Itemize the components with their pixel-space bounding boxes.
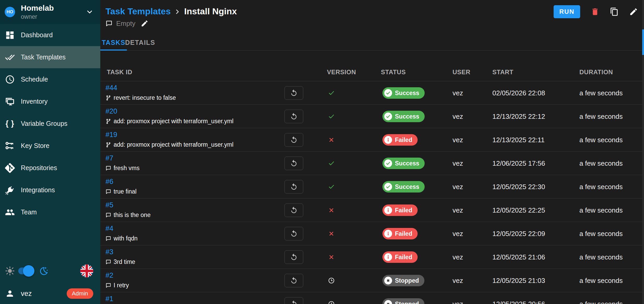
- sidebar-item-variable-groups[interactable]: { }Variable Groups: [0, 113, 100, 135]
- sidebar-item-label: Task Templates: [21, 53, 66, 61]
- task-message: this is the one: [106, 212, 151, 219]
- task-cell: #7fresh vms: [106, 154, 140, 172]
- status-stopped-icon: [384, 277, 392, 284]
- tab-details[interactable]: DETAILS: [127, 35, 153, 50]
- task-cell: #1: [106, 295, 113, 303]
- status-success-icon: [384, 159, 392, 167]
- status-label: Failed: [395, 254, 412, 261]
- task-cell: #5this is the one: [106, 201, 151, 219]
- task-id-link[interactable]: #6: [106, 178, 113, 186]
- task-user: vez: [453, 206, 463, 214]
- tab-tasks[interactable]: TASKS: [100, 35, 127, 50]
- schedule-clock-icon: [5, 75, 15, 84]
- git-branch-icon: [106, 142, 111, 148]
- status-badge: Failed: [382, 204, 418, 216]
- sidebar-item-repositories[interactable]: Repositories: [0, 157, 100, 179]
- task-user: vez: [453, 229, 463, 238]
- table-row: #4with fqdnFailedvez12/05/2025 22:09a fe…: [100, 222, 644, 245]
- git-branch-icon: [106, 95, 111, 101]
- sidebar-item-label: Repositories: [21, 164, 57, 172]
- user-menu[interactable]: vez Admin: [0, 286, 100, 301]
- task-id-link[interactable]: #1: [106, 295, 113, 303]
- sidebar-item-dashboard[interactable]: Dashboard: [0, 24, 100, 46]
- toggle-thumb[interactable]: [23, 265, 34, 277]
- sidebar-item-team[interactable]: Team: [0, 201, 100, 223]
- version-check-icon: [327, 160, 335, 167]
- rerun-task-button[interactable]: [284, 227, 303, 240]
- task-duration: a few seconds: [579, 229, 623, 238]
- edit-template-button[interactable]: [629, 7, 638, 16]
- table-row: #2I retryStoppedvez12/05/2025 21:03a few…: [100, 269, 644, 292]
- task-id-link[interactable]: #2: [106, 271, 113, 280]
- status-label: Success: [395, 113, 419, 120]
- plug-icon: [5, 185, 15, 195]
- task-message-text: with fqdn: [114, 235, 138, 242]
- task-id-link[interactable]: #5: [106, 201, 113, 209]
- status-success-icon: [384, 89, 392, 97]
- sidebar-item-task-templates[interactable]: Task Templates: [0, 46, 100, 68]
- dark-mode-toggle[interactable]: [18, 268, 33, 274]
- sidebar-item-schedule[interactable]: Schedule: [0, 68, 100, 90]
- rerun-task-button[interactable]: [284, 203, 303, 217]
- version-clock-icon: [327, 300, 335, 304]
- task-start-time: 12/13/2025 22:11: [492, 136, 544, 144]
- project-avatar: HO: [5, 7, 15, 17]
- sidebar-item-label: Variable Groups: [21, 120, 67, 127]
- keys-icon: [5, 141, 15, 151]
- tabbar: TASKS DETAILS: [100, 35, 644, 51]
- task-start-time: 12/05/2025 20:56: [492, 300, 545, 304]
- sidebar-item-label: Inventory: [21, 98, 48, 105]
- status-label: Failed: [395, 207, 412, 214]
- task-message: with fqdn: [106, 235, 138, 242]
- copy-template-button[interactable]: [610, 7, 619, 16]
- task-id-link[interactable]: #20: [106, 107, 117, 115]
- sidebar-item-label: Integrations: [21, 186, 55, 194]
- language-flag-uk[interactable]: [80, 264, 93, 277]
- sidebar-item-label: Schedule: [21, 76, 48, 83]
- delete-template-button[interactable]: [591, 7, 599, 16]
- status-failed-icon: [384, 136, 392, 144]
- rerun-task-button[interactable]: [284, 297, 303, 304]
- rerun-task-button[interactable]: [284, 180, 303, 194]
- team-people-icon: [5, 207, 15, 217]
- scrollbar-thumb[interactable]: [642, 29, 644, 55]
- chevron-down-icon[interactable]: [86, 8, 94, 16]
- task-message-text: add: proxmox project with terraform_user…: [114, 118, 233, 125]
- run-button[interactable]: RUN: [554, 5, 580, 18]
- sidebar-item-inventory[interactable]: Inventory: [0, 90, 100, 113]
- rerun-task-button[interactable]: [284, 86, 303, 100]
- comment-icon: [106, 20, 113, 27]
- task-message: revert: insecure to false: [106, 94, 176, 101]
- sidebar-item-key-store[interactable]: Key Store: [0, 135, 100, 157]
- rerun-task-button[interactable]: [284, 157, 303, 170]
- scrollbar-track[interactable]: [642, 0, 644, 304]
- task-id-link[interactable]: #44: [106, 84, 117, 92]
- sidebar-item-integrations[interactable]: Integrations: [0, 179, 100, 201]
- project-switcher[interactable]: HO Homelab owner: [0, 0, 100, 24]
- column-header-version: VERSION: [327, 69, 356, 76]
- rerun-task-button[interactable]: [284, 274, 303, 287]
- rerun-task-button[interactable]: [284, 133, 303, 147]
- table-row: #5this is the oneFailedvez12/05/2025 22:…: [100, 198, 644, 222]
- task-message-text: 3rd time: [114, 258, 135, 265]
- task-message-text: fresh vms: [114, 165, 140, 172]
- task-id-link[interactable]: #4: [106, 225, 113, 233]
- task-id-link[interactable]: #7: [106, 154, 113, 162]
- version-cross-icon: [327, 230, 335, 237]
- project-role: owner: [21, 13, 54, 20]
- status-failed-icon: [384, 253, 392, 261]
- chevron-right-icon: [174, 8, 181, 15]
- git-branch-icon: [106, 119, 111, 124]
- rerun-task-button[interactable]: [284, 250, 303, 264]
- edit-description-icon[interactable]: [141, 20, 148, 27]
- column-header-duration: DURATION: [579, 69, 613, 76]
- rerun-task-button[interactable]: [284, 110, 303, 123]
- table-row: #6true finalSuccessvez12/05/2025 22:30a …: [100, 175, 644, 198]
- task-id-link[interactable]: #3: [106, 248, 113, 256]
- status-failed-icon: [384, 206, 392, 214]
- task-duration: a few seconds: [579, 159, 623, 167]
- page-title: Install Nginx: [184, 6, 237, 16]
- task-duration: a few seconds: [579, 300, 623, 304]
- task-id-link[interactable]: #19: [106, 131, 117, 139]
- breadcrumb-parent-link[interactable]: Task Templates: [106, 6, 171, 16]
